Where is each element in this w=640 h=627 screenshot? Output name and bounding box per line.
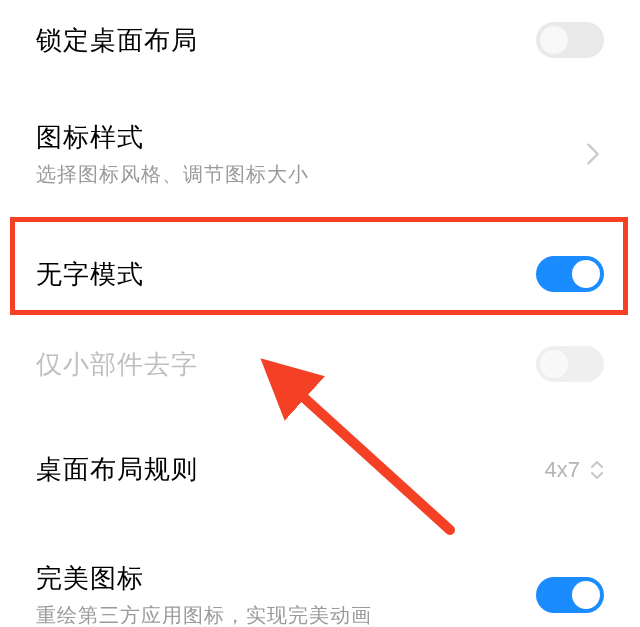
switch-knob — [572, 581, 600, 609]
layout-rule-value: 4x7 — [545, 457, 580, 483]
textless-mode-title: 无字模式 — [36, 257, 144, 292]
row-text: 桌面布局规则 — [36, 452, 198, 487]
perfect-icon-title: 完美图标 — [36, 561, 372, 596]
row-textless-mode[interactable]: 无字模式 — [0, 226, 640, 322]
widget-textless-switch — [536, 346, 604, 382]
lock-layout-title: 锁定桌面布局 — [36, 23, 198, 58]
row-icon-style[interactable]: 图标样式 选择图标风格、调节图标大小 — [0, 98, 640, 210]
stepper-icon — [590, 460, 604, 480]
icon-style-title: 图标样式 — [36, 120, 309, 155]
row-text: 无字模式 — [36, 257, 144, 292]
chevron-right-icon — [586, 142, 600, 166]
row-perfect-icon[interactable]: 完美图标 重绘第三方应用图标，实现完美动画 — [0, 539, 640, 627]
switch-knob — [540, 350, 568, 378]
settings-list: 锁定桌面布局 图标样式 选择图标风格、调节图标大小 无字模式 仅小部件去字 — [0, 0, 640, 627]
switch-knob — [572, 260, 600, 288]
row-layout-rule[interactable]: 桌面布局规则 4x7 — [0, 430, 640, 509]
row-text: 仅小部件去字 — [36, 347, 198, 382]
row-widget-textless: 仅小部件去字 — [0, 328, 640, 400]
lock-layout-switch[interactable] — [536, 22, 604, 58]
textless-mode-switch[interactable] — [536, 256, 604, 292]
widget-textless-title: 仅小部件去字 — [36, 347, 198, 382]
row-text: 锁定桌面布局 — [36, 23, 198, 58]
perfect-icon-switch[interactable] — [536, 577, 604, 613]
switch-knob — [540, 26, 568, 54]
layout-rule-title: 桌面布局规则 — [36, 452, 198, 487]
layout-rule-value-control[interactable]: 4x7 — [545, 457, 604, 483]
perfect-icon-subtitle: 重绘第三方应用图标，实现完美动画 — [36, 602, 372, 627]
row-text: 完美图标 重绘第三方应用图标，实现完美动画 — [36, 561, 372, 627]
row-lock-layout[interactable]: 锁定桌面布局 — [0, 0, 640, 80]
icon-style-subtitle: 选择图标风格、调节图标大小 — [36, 161, 309, 188]
row-text: 图标样式 选择图标风格、调节图标大小 — [36, 120, 309, 188]
